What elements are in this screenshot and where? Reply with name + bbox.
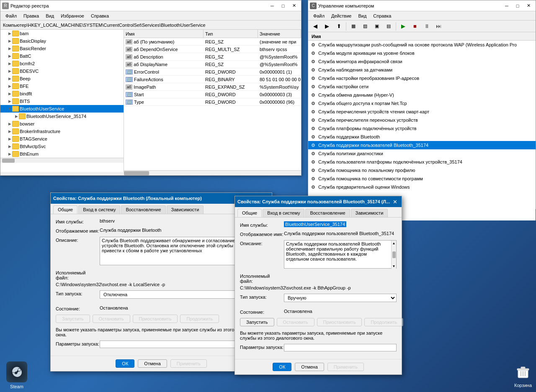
form-startup-select-35174[interactable]: Вручную Автоматически Отключена: [284, 294, 397, 302]
tree-item-bindflt[interactable]: ▶ bindflt: [0, 90, 124, 97]
svc-row-2[interactable]: ⚙ Служба монитора инфракрасной связи: [308, 57, 536, 66]
tab-deps-bt35174[interactable]: Зависимости: [351, 209, 388, 217]
reg-row-imagepath[interactable]: аб ImagePath REG_EXPAND_SZ %SystemRoot%\…: [124, 83, 301, 91]
expand-bfe[interactable]: ▶: [7, 84, 12, 89]
svc-row-14[interactable]: ⚙ Служба пользователя платформы подключё…: [308, 158, 536, 166]
svc-row-5[interactable]: ⚙ Служба настройки сети: [308, 82, 536, 91]
btn-cancel-35174[interactable]: Отмена: [295, 363, 324, 371]
expand-bluetoothuserservice35174[interactable]: ▶: [14, 114, 19, 119]
reg-row-dependonservice[interactable]: аб аб DependOnService REG_MULTI_SZ bthse…: [124, 46, 301, 53]
values-hscroll[interactable]: [124, 170, 301, 172]
menu-file[interactable]: Файл: [2, 13, 20, 19]
registry-editor-close[interactable]: ✕: [289, 1, 299, 10]
svc-row-9[interactable]: ⚙ Служба перечислителя переносных устрой…: [308, 116, 536, 124]
tab-deps-bt[interactable]: Зависимости: [167, 205, 204, 214]
reg-row-default[interactable]: аб аб (По умолчанию) REG_SZ (значение не…: [124, 38, 301, 46]
menu-edit[interactable]: Правка: [20, 13, 42, 19]
col-value[interactable]: Значение: [258, 30, 301, 38]
svc-row-15[interactable]: ⚙ Служба помощника по локальному профилю: [308, 166, 536, 174]
tree-item-beep[interactable]: ▶ Beep: [0, 75, 124, 82]
svc-row-17[interactable]: ⚙ Служба предварительной оценки Windows: [308, 183, 536, 191]
expand-battc[interactable]: ▶: [7, 54, 12, 59]
expand-bthenum[interactable]: ▶: [7, 151, 12, 156]
recycle-bin[interactable]: Корзина: [514, 364, 532, 388]
form-params-input-35174[interactable]: [284, 344, 397, 351]
btn-apply-bt[interactable]: Применить: [170, 359, 207, 368]
svc-row-1[interactable]: ⚙ Служба модуля архивации на уровне блок…: [308, 49, 536, 57]
tree-item-bluetoothuserservice35174[interactable]: ▶ BluetoothUserService_35174: [0, 113, 124, 120]
steam-taskbar-icon[interactable]: Steam: [0, 359, 34, 392]
tb-play[interactable]: ▶: [398, 22, 409, 31]
tab-recovery-bt[interactable]: Восстановление: [121, 205, 165, 214]
tb-forward[interactable]: ▶: [322, 22, 332, 31]
tb-btn2[interactable]: ▨: [360, 22, 371, 31]
svc-row-12[interactable]: ⚙ Служба поддержки пользователей Bluetoo…: [308, 141, 536, 149]
tree-item-bowser[interactable]: ▶ bowser: [0, 120, 124, 128]
col-name[interactable]: Имя: [124, 30, 204, 38]
tree-item-bcmfn2[interactable]: ▶ bcmfn2: [0, 60, 124, 67]
reg-row-displayname[interactable]: аб аб DisplayName REG_SZ @%SystemRoot%: [124, 61, 301, 68]
tree-item-basicrender[interactable]: ▶ BasicRender: [0, 45, 124, 52]
cmgmt-menu-action[interactable]: Действие: [328, 13, 355, 19]
btn-ok-35174[interactable]: ОК: [273, 363, 291, 371]
comp-mgmt-maximize[interactable]: □: [512, 1, 523, 10]
tree-item-bfe[interactable]: ▶ BFE: [0, 82, 124, 90]
svc-row-8[interactable]: ⚙ Служба перечисления устройств чтения с…: [308, 108, 536, 116]
cmgmt-menu-help[interactable]: Справка: [370, 13, 394, 19]
dialog-bt35174-close[interactable]: ✕: [391, 197, 399, 206]
registry-editor-minimize[interactable]: ─: [267, 1, 278, 10]
expand-bits[interactable]: ▶: [7, 99, 12, 104]
expand-bindflt[interactable]: ▶: [7, 91, 12, 96]
tree-hscroll[interactable]: [0, 158, 124, 163]
expand-basicdisplay[interactable]: ▶: [7, 38, 12, 44]
tab-recovery-bt35174[interactable]: Восстановление: [305, 209, 350, 217]
btn-apply-35174[interactable]: Применить: [327, 363, 364, 371]
cmgmt-menu-file[interactable]: Файл: [310, 13, 328, 19]
reg-row-description[interactable]: аб аб Description REG_SZ @%SystemRoot%: [124, 53, 301, 61]
svc-row-0[interactable]: ⚙ Служба маршрутизации push-сообщений на…: [308, 41, 536, 49]
expand-brokerinfrastructure[interactable]: ▶: [7, 129, 12, 134]
expand-btagservice[interactable]: ▶: [7, 136, 12, 141]
reg-row-errorcontrol[interactable]: 🔢 ErrorControl REG_DWORD 0x00000001 (1): [124, 68, 301, 76]
tree-item-bam[interactable]: ▶ bam: [0, 30, 124, 37]
btn-continue-35174[interactable]: Продолжить: [364, 318, 403, 326]
svc-row-6[interactable]: ⚙ Служба обмена данными (Hyper-V): [308, 91, 536, 99]
svc-row-16[interactable]: ⚙ Служба помощника по совместимости прог…: [308, 174, 536, 183]
tb-pause[interactable]: ⏸: [421, 22, 432, 31]
menu-view[interactable]: Вид: [42, 13, 57, 19]
tree-item-bits[interactable]: ▶ BITS: [0, 97, 124, 105]
tree-item-bthenum[interactable]: ▶ BthEnum: [0, 150, 124, 158]
tb-btn3[interactable]: ▣: [371, 22, 382, 31]
expand-bowser[interactable]: ▶: [7, 121, 12, 126]
svc-row-7[interactable]: ⚙ Служба общего доступа к портам Net.Tcp: [308, 99, 536, 108]
expand-bluetoothuserservice[interactable]: ▼: [7, 106, 12, 111]
btn-start-bt[interactable]: Запустить: [56, 315, 90, 323]
tb-resume[interactable]: ⏭: [433, 22, 444, 31]
expand-bam[interactable]: ▶: [7, 31, 12, 36]
tree-item-brokerinfrastructure[interactable]: ▶ BrokerInfrastructure: [0, 128, 124, 135]
tab-login-bt35174[interactable]: Вход в систему: [263, 209, 304, 217]
tab-general-bt35174[interactable]: Общие: [237, 209, 262, 217]
comp-mgmt-minimize[interactable]: ─: [501, 1, 512, 10]
btn-pause-bt[interactable]: Приостановить: [133, 315, 178, 323]
form-desc-textarea-35174[interactable]: Служба поддержки пользователей Bluetooth…: [284, 240, 397, 269]
expand-basicrender[interactable]: ▶: [7, 46, 12, 51]
tree-item-basicdisplay[interactable]: ▶ BasicDisplay: [0, 37, 124, 45]
tb-btn4[interactable]: ▤: [383, 22, 394, 31]
tab-login-bt[interactable]: Вход в систему: [78, 205, 120, 214]
svc-row-11[interactable]: ⚙ Служба поддержки Bluetooth: [308, 133, 536, 141]
menu-help[interactable]: Справка: [88, 13, 112, 19]
registry-tree-pane[interactable]: ▶ bam ▶ BasicDisplay ▶ BasicRender ▶ Bat…: [0, 30, 124, 172]
btn-ok-bt[interactable]: ОК: [116, 359, 134, 368]
svc-row-4[interactable]: ⚙ Служба настройки преобразования IP-адр…: [308, 74, 536, 82]
tab-general-bt[interactable]: Общие: [53, 205, 77, 214]
tb-up[interactable]: ⬆: [333, 22, 344, 31]
reg-row-failureactions[interactable]: 🔢 FailureActions REG_BINARY 80 51 01 00 …: [124, 76, 301, 83]
services-list[interactable]: ⚙ Служба маршрутизации push-сообщений на…: [308, 41, 536, 220]
desc-scrollbar-35174[interactable]: ▲ ▼: [391, 241, 396, 269]
menu-favorites[interactable]: Избранное: [57, 13, 88, 19]
expand-bthavctpsvc[interactable]: ▶: [7, 144, 12, 149]
tree-item-btagservice[interactable]: ▶ BTAGService: [0, 135, 124, 143]
comp-mgmt-close[interactable]: ✕: [523, 1, 534, 10]
tb-back[interactable]: ◀: [310, 22, 321, 31]
